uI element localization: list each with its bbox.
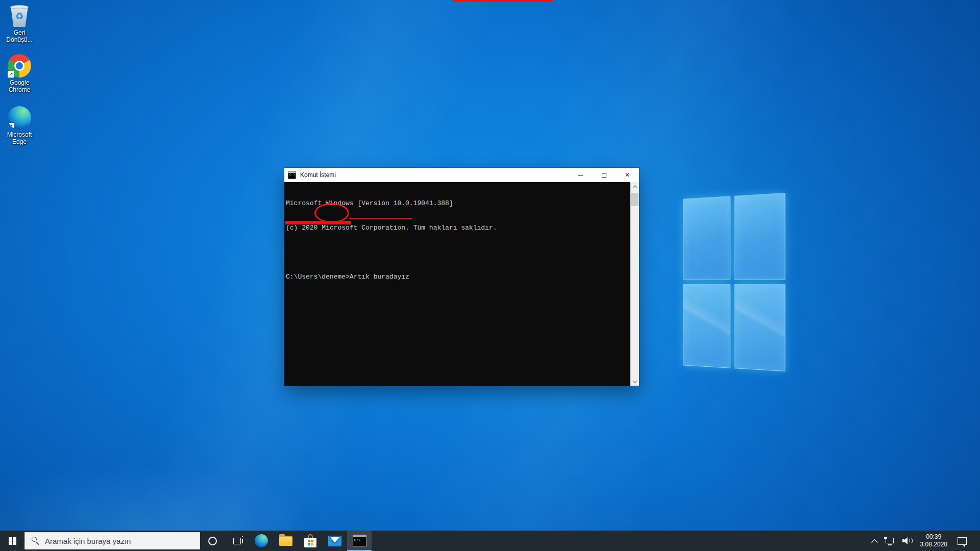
annotation-ellipse xyxy=(314,203,349,223)
shortcut-arrow-icon: ↗ xyxy=(8,123,14,130)
wallpaper-logo-pane xyxy=(734,193,786,280)
cmd-icon-text: C:\ xyxy=(289,173,295,177)
wallpaper-logo-pane xyxy=(683,284,730,368)
clock-date: 3.08.2020 xyxy=(920,541,947,548)
windows-start-icon xyxy=(9,537,16,545)
recycle-bin-icon: ♻ xyxy=(8,4,31,28)
label-line: Google xyxy=(2,79,37,86)
recycle-bin-rim xyxy=(10,5,29,9)
microsoft-store-icon xyxy=(304,534,316,547)
chrome-icon: ↗ xyxy=(8,54,31,78)
close-icon: ✕ xyxy=(625,172,630,178)
scrollbar-thumb[interactable] xyxy=(631,193,639,206)
chevron-up-icon xyxy=(871,539,878,545)
system-tray: 00:39 3.08.2020 xyxy=(869,531,980,551)
speaker-icon xyxy=(902,537,914,545)
taskbar: C:\ 00:39 3.08.2020 xyxy=(0,531,980,551)
search-input[interactable] xyxy=(40,533,200,549)
tray-show-hidden-icons-button[interactable] xyxy=(869,531,880,551)
cortana-icon xyxy=(208,537,217,545)
search-icon xyxy=(32,537,40,545)
prompt-command: Artık buradayız xyxy=(350,273,409,281)
command-prompt-window: C:\ Komut İstemi ✕ Microsoft Windows [Ve… xyxy=(284,168,639,386)
console-line-copyright: (c) 2020 Microsoft Corporation. Tüm hakl… xyxy=(286,224,629,232)
console-line-blank xyxy=(286,248,629,257)
file-explorer-icon xyxy=(279,536,292,546)
scroll-down-button[interactable] xyxy=(630,377,639,386)
tray-network-button[interactable] xyxy=(880,531,899,551)
desktop-icon-label: Geri Dönüşü... xyxy=(2,29,37,43)
task-view-icon xyxy=(233,538,241,544)
recycle-symbol-icon: ♻ xyxy=(8,10,31,22)
prompt-path: C:\Users xyxy=(286,273,317,281)
scroll-up-button[interactable] xyxy=(630,182,639,191)
annotation-top-red-line xyxy=(453,0,553,2)
label-line: Edge xyxy=(2,138,37,145)
desktop-icon-recycle-bin[interactable]: ♻ Geri Dönüşü... xyxy=(2,4,37,43)
edge-icon xyxy=(255,534,268,547)
chevron-down-icon xyxy=(632,379,636,383)
minimize-button[interactable] xyxy=(569,168,592,182)
desktop-icon-label: Google Chrome xyxy=(2,79,37,93)
edge-icon: ↗ xyxy=(8,106,31,130)
label-line: Chrome xyxy=(2,86,37,93)
console-prompt-line: C:\Users\deneme>Artık buradayız xyxy=(286,273,629,281)
clock-time: 00:39 xyxy=(920,533,947,541)
close-button[interactable]: ✕ xyxy=(616,168,639,182)
cortana-button[interactable] xyxy=(200,531,225,551)
shortcut-arrow-icon: ↗ xyxy=(8,71,14,78)
window-titlebar[interactable]: C:\ Komut İstemi ✕ xyxy=(284,168,639,182)
desktop-icon-label: Microsoft Edge xyxy=(2,131,37,145)
label-line: Dönüşü... xyxy=(2,36,37,43)
console-area[interactable]: Microsoft Windows [Version 10.0.19041.38… xyxy=(284,182,639,386)
taskbar-cmd-button-active[interactable]: C:\ xyxy=(347,531,372,551)
label-line: Microsoft xyxy=(2,131,37,138)
action-center-button[interactable] xyxy=(950,531,975,551)
tray-volume-button[interactable] xyxy=(899,531,917,551)
maximize-icon xyxy=(602,173,606,178)
window-caption-buttons: ✕ xyxy=(569,168,639,182)
start-button[interactable] xyxy=(0,531,24,551)
annotation-underline-thick xyxy=(285,221,351,224)
minimize-icon xyxy=(578,175,583,176)
annotation-underline-thin xyxy=(349,218,412,219)
window-title: Komut İstemi xyxy=(300,171,336,179)
wallpaper-logo-pane xyxy=(734,284,786,371)
desktop-icon-microsoft-edge[interactable]: ↗ Microsoft Edge xyxy=(2,106,37,145)
task-view-button[interactable] xyxy=(225,531,249,551)
windows-wallpaper-logo xyxy=(683,193,785,371)
taskbar-file-explorer-button[interactable] xyxy=(274,531,298,551)
taskbar-mail-button[interactable] xyxy=(323,531,347,551)
action-center-icon xyxy=(958,537,967,545)
network-icon xyxy=(884,537,895,545)
tray-clock[interactable]: 00:39 3.08.2020 xyxy=(917,531,950,551)
taskbar-search-box[interactable] xyxy=(24,532,200,549)
console-scrollbar[interactable] xyxy=(630,182,639,386)
cmd-icon: C:\ xyxy=(353,535,366,546)
cmd-window-icon: C:\ xyxy=(288,171,296,179)
chevron-up-icon xyxy=(632,185,636,189)
desktop-icon-google-chrome[interactable]: ↗ Google Chrome xyxy=(2,54,37,93)
console-text: Microsoft Windows [Version 10.0.19041.38… xyxy=(286,183,629,297)
label-line: Geri xyxy=(2,29,37,36)
prompt-user: \deneme> xyxy=(317,273,349,281)
maximize-button[interactable] xyxy=(592,168,616,182)
screen: ♻ Geri Dönüşü... ↗ Google Chrome ↗ Micro… xyxy=(0,0,980,551)
wallpaper-logo-pane xyxy=(683,196,730,280)
cmd-icon-text: C:\ xyxy=(354,539,361,542)
mail-icon xyxy=(328,536,341,546)
taskbar-store-button[interactable] xyxy=(298,531,323,551)
taskbar-edge-button[interactable] xyxy=(249,531,274,551)
